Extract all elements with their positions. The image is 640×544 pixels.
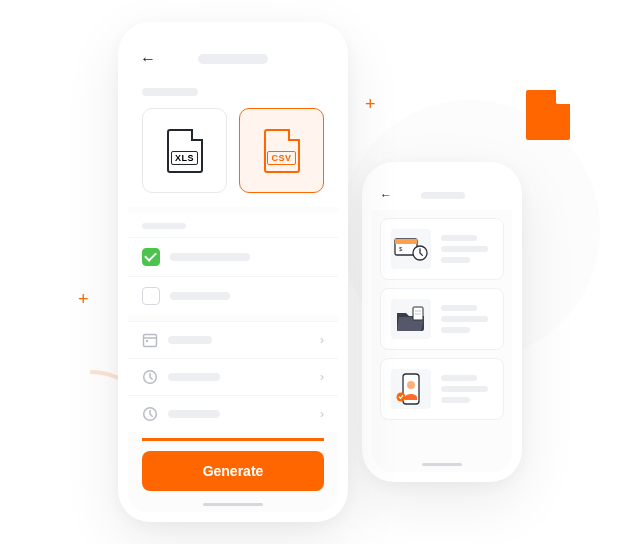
- plus-icon: +: [78, 290, 89, 308]
- generate-button[interactable]: Generate: [142, 451, 324, 491]
- row-label-placeholder: [168, 410, 220, 418]
- header-title-placeholder: [421, 192, 465, 199]
- csv-label: CSV: [267, 151, 295, 165]
- reports-illustration-icon: $: [391, 229, 431, 269]
- app-header: ←: [128, 40, 338, 78]
- back-button[interactable]: ←: [140, 50, 156, 68]
- checkbox-row-1[interactable]: [128, 237, 338, 276]
- row-label-placeholder: [170, 292, 230, 300]
- row-label-placeholder: [168, 373, 220, 381]
- line-placeholder: [441, 375, 477, 381]
- chevron-right-icon: ›: [320, 407, 324, 421]
- clock-icon: [142, 369, 158, 385]
- profile-illustration-icon: [391, 369, 431, 409]
- calendar-icon: [142, 332, 158, 348]
- line-placeholder: [441, 305, 477, 311]
- line-placeholder: [441, 235, 477, 241]
- svg-rect-2: [146, 340, 148, 342]
- feed-card-3[interactable]: [380, 358, 504, 420]
- checkbox-checked-icon[interactable]: [142, 248, 160, 266]
- feed-list: $: [372, 210, 512, 428]
- chevron-right-icon: ›: [320, 333, 324, 347]
- line-placeholder: [441, 327, 470, 333]
- xls-label: XLS: [171, 151, 198, 165]
- section-label-placeholder: [142, 223, 186, 229]
- phone-mockup-secondary: ← $: [362, 162, 522, 482]
- checkbox-unchecked-icon[interactable]: [142, 287, 160, 305]
- format-option-csv[interactable]: CSV: [239, 108, 324, 193]
- header-title-placeholder: [198, 54, 268, 64]
- section-label-placeholder: [142, 88, 198, 96]
- time-row-1[interactable]: ›: [128, 358, 338, 395]
- file-sticker-icon: [526, 90, 570, 140]
- clock-icon: [142, 406, 158, 422]
- xls-file-icon: XLS: [167, 129, 203, 173]
- date-row[interactable]: ›: [128, 321, 338, 358]
- line-placeholder: [441, 316, 488, 322]
- phone-mockup-primary: ← XLS CSV: [118, 22, 348, 522]
- csv-file-icon: CSV: [264, 129, 300, 173]
- checkbox-row-2[interactable]: [128, 276, 338, 315]
- feed-card-1[interactable]: $: [380, 218, 504, 280]
- feed-card-2[interactable]: [380, 288, 504, 350]
- svg-point-13: [407, 381, 415, 389]
- svg-rect-6: [395, 239, 417, 244]
- plus-icon: +: [365, 95, 376, 113]
- chevron-right-icon: ›: [320, 370, 324, 384]
- row-label-placeholder: [168, 336, 212, 344]
- folder-illustration-icon: [391, 299, 431, 339]
- time-row-2[interactable]: ›: [128, 395, 338, 432]
- line-placeholder: [441, 386, 488, 392]
- back-button[interactable]: ←: [380, 188, 392, 202]
- app-header: ←: [372, 180, 512, 210]
- home-indicator: [203, 503, 263, 506]
- accent-divider: [142, 438, 324, 441]
- svg-rect-0: [144, 335, 157, 347]
- line-placeholder: [441, 397, 470, 403]
- format-option-xls[interactable]: XLS: [142, 108, 227, 193]
- home-indicator: [422, 463, 462, 466]
- row-label-placeholder: [170, 253, 250, 261]
- line-placeholder: [441, 246, 488, 252]
- format-selector: XLS CSV: [128, 104, 338, 207]
- line-placeholder: [441, 257, 470, 263]
